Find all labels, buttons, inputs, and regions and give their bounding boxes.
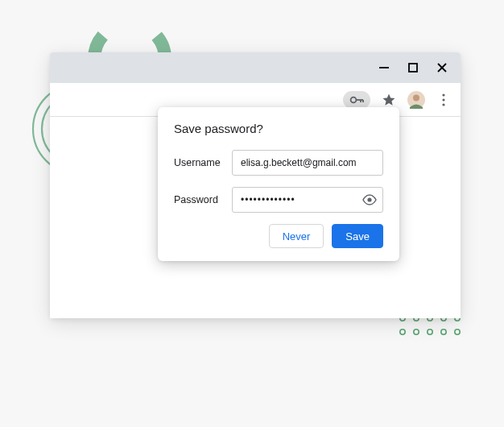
password-field-row: Password	[174, 187, 383, 213]
show-password-button[interactable]	[362, 194, 377, 205]
svg-point-25	[414, 330, 419, 334]
window-titlebar	[50, 52, 461, 83]
save-button[interactable]: Save	[332, 224, 383, 248]
svg-point-41	[442, 103, 444, 106]
password-key-chip[interactable]	[343, 91, 370, 109]
password-input[interactable]	[232, 187, 383, 213]
svg-point-39	[442, 93, 444, 96]
svg-rect-30	[409, 64, 417, 72]
eye-icon	[362, 194, 377, 205]
username-input[interactable]	[232, 150, 383, 176]
key-icon	[349, 95, 364, 105]
never-button[interactable]: Never	[269, 224, 324, 248]
browser-menu-button[interactable]	[435, 91, 452, 109]
bookmark-star-button[interactable]	[380, 91, 398, 109]
username-field-row: Username	[174, 150, 383, 176]
username-label: Username	[174, 157, 232, 168]
svg-point-38	[413, 94, 419, 101]
svg-point-28	[455, 330, 460, 334]
svg-point-24	[400, 330, 405, 334]
svg-point-40	[442, 98, 444, 101]
svg-point-33	[351, 97, 357, 102]
window-minimize-button[interactable]	[377, 60, 391, 75]
svg-point-42	[367, 197, 371, 201]
popover-title: Save password?	[174, 122, 383, 135]
password-label: Password	[174, 194, 232, 205]
svg-point-26	[428, 330, 432, 334]
svg-point-27	[441, 330, 446, 334]
popover-button-row: Never Save	[174, 224, 383, 248]
window-maximize-button[interactable]	[406, 60, 420, 75]
window-close-button[interactable]	[435, 60, 449, 75]
save-password-popover: Save password? Username Password Never S…	[158, 107, 399, 261]
profile-avatar-button[interactable]	[407, 91, 425, 109]
